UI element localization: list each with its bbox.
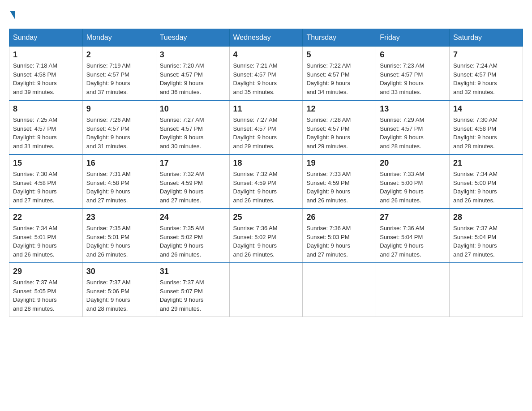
day-info: Sunrise: 7:32 AM Sunset: 4:59 PM Dayligh… <box>160 170 226 205</box>
day-number: 2 <box>86 50 152 60</box>
day-info: Sunrise: 7:24 AM Sunset: 4:57 PM Dayligh… <box>453 61 519 96</box>
table-row: 18 Sunrise: 7:32 AM Sunset: 4:59 PM Dayl… <box>229 154 303 209</box>
table-row: 19 Sunrise: 7:33 AM Sunset: 4:59 PM Dayl… <box>303 154 376 209</box>
day-info: Sunrise: 7:36 AM Sunset: 5:03 PM Dayligh… <box>306 224 372 259</box>
calendar-week-row: 22 Sunrise: 7:34 AM Sunset: 5:01 PM Dayl… <box>9 209 523 263</box>
day-info: Sunrise: 7:28 AM Sunset: 4:57 PM Dayligh… <box>306 116 372 150</box>
calendar-week-row: 1 Sunrise: 7:18 AM Sunset: 4:58 PM Dayli… <box>9 47 523 101</box>
day-info: Sunrise: 7:25 AM Sunset: 4:57 PM Dayligh… <box>13 116 79 150</box>
table-row: 14 Sunrise: 7:30 AM Sunset: 4:58 PM Dayl… <box>450 100 523 154</box>
day-info: Sunrise: 7:33 AM Sunset: 5:00 PM Dayligh… <box>380 170 446 205</box>
table-row <box>229 263 303 317</box>
day-number: 22 <box>13 213 79 222</box>
day-number: 7 <box>453 50 519 60</box>
table-row: 11 Sunrise: 7:27 AM Sunset: 4:57 PM Dayl… <box>229 100 303 154</box>
table-row: 2 Sunrise: 7:19 AM Sunset: 4:57 PM Dayli… <box>82 47 156 101</box>
table-row: 12 Sunrise: 7:28 AM Sunset: 4:57 PM Dayl… <box>303 100 376 154</box>
col-tuesday: Tuesday <box>156 29 229 47</box>
col-sunday: Sunday <box>9 29 83 47</box>
day-info: Sunrise: 7:20 AM Sunset: 4:57 PM Dayligh… <box>160 61 226 96</box>
table-row: 25 Sunrise: 7:36 AM Sunset: 5:02 PM Dayl… <box>229 209 303 263</box>
table-row: 28 Sunrise: 7:37 AM Sunset: 5:04 PM Dayl… <box>450 209 523 263</box>
table-row: 6 Sunrise: 7:23 AM Sunset: 4:57 PM Dayli… <box>376 47 450 101</box>
logo-arrow-icon <box>10 11 15 20</box>
day-info: Sunrise: 7:21 AM Sunset: 4:57 PM Dayligh… <box>233 61 299 96</box>
day-number: 14 <box>453 104 519 114</box>
calendar-table: Sunday Monday Tuesday Wednesday Thursday… <box>9 29 523 317</box>
table-row: 20 Sunrise: 7:33 AM Sunset: 5:00 PM Dayl… <box>376 154 450 209</box>
col-monday: Monday <box>82 29 156 47</box>
day-info: Sunrise: 7:18 AM Sunset: 4:58 PM Dayligh… <box>13 61 79 96</box>
table-row: 4 Sunrise: 7:21 AM Sunset: 4:57 PM Dayli… <box>229 47 303 101</box>
day-number: 19 <box>306 158 372 168</box>
day-info: Sunrise: 7:31 AM Sunset: 4:58 PM Dayligh… <box>86 170 152 205</box>
day-info: Sunrise: 7:37 AM Sunset: 5:06 PM Dayligh… <box>86 278 152 313</box>
day-info: Sunrise: 7:30 AM Sunset: 4:58 PM Dayligh… <box>453 116 519 150</box>
table-row: 22 Sunrise: 7:34 AM Sunset: 5:01 PM Dayl… <box>9 209 83 263</box>
day-number: 13 <box>380 104 446 114</box>
day-number: 1 <box>13 50 79 60</box>
calendar-header-row: Sunday Monday Tuesday Wednesday Thursday… <box>9 29 523 47</box>
col-thursday: Thursday <box>303 29 376 47</box>
table-row: 30 Sunrise: 7:37 AM Sunset: 5:06 PM Dayl… <box>82 263 156 317</box>
calendar-week-row: 8 Sunrise: 7:25 AM Sunset: 4:57 PM Dayli… <box>9 100 523 154</box>
table-row: 3 Sunrise: 7:20 AM Sunset: 4:57 PM Dayli… <box>156 47 229 101</box>
table-row: 17 Sunrise: 7:32 AM Sunset: 4:59 PM Dayl… <box>156 154 229 209</box>
day-number: 9 <box>86 104 152 114</box>
day-info: Sunrise: 7:27 AM Sunset: 4:57 PM Dayligh… <box>233 116 299 150</box>
day-info: Sunrise: 7:27 AM Sunset: 4:57 PM Dayligh… <box>160 116 226 150</box>
table-row: 8 Sunrise: 7:25 AM Sunset: 4:57 PM Dayli… <box>9 100 83 154</box>
day-info: Sunrise: 7:23 AM Sunset: 4:57 PM Dayligh… <box>380 61 446 96</box>
day-number: 26 <box>306 213 372 222</box>
table-row: 9 Sunrise: 7:26 AM Sunset: 4:57 PM Dayli… <box>82 100 156 154</box>
day-number: 8 <box>13 104 79 114</box>
day-info: Sunrise: 7:34 AM Sunset: 5:01 PM Dayligh… <box>13 224 79 259</box>
day-number: 17 <box>160 158 226 168</box>
table-row: 13 Sunrise: 7:29 AM Sunset: 4:57 PM Dayl… <box>376 100 450 154</box>
day-number: 12 <box>306 104 372 114</box>
page-header <box>9 9 523 20</box>
day-info: Sunrise: 7:32 AM Sunset: 4:59 PM Dayligh… <box>233 170 299 205</box>
day-number: 10 <box>160 104 226 114</box>
day-number: 29 <box>13 267 79 276</box>
day-number: 6 <box>380 50 446 60</box>
table-row: 1 Sunrise: 7:18 AM Sunset: 4:58 PM Dayli… <box>9 47 83 101</box>
day-info: Sunrise: 7:33 AM Sunset: 4:59 PM Dayligh… <box>306 170 372 205</box>
table-row: 23 Sunrise: 7:35 AM Sunset: 5:01 PM Dayl… <box>82 209 156 263</box>
table-row: 16 Sunrise: 7:31 AM Sunset: 4:58 PM Dayl… <box>82 154 156 209</box>
table-row: 26 Sunrise: 7:36 AM Sunset: 5:03 PM Dayl… <box>303 209 376 263</box>
day-number: 18 <box>233 158 299 168</box>
day-number: 24 <box>160 213 226 222</box>
day-info: Sunrise: 7:37 AM Sunset: 5:05 PM Dayligh… <box>13 278 79 313</box>
day-number: 3 <box>160 50 226 60</box>
day-number: 27 <box>380 213 446 222</box>
day-number: 20 <box>380 158 446 168</box>
table-row <box>376 263 450 317</box>
calendar-week-row: 15 Sunrise: 7:30 AM Sunset: 4:58 PM Dayl… <box>9 154 523 209</box>
day-info: Sunrise: 7:35 AM Sunset: 5:02 PM Dayligh… <box>160 224 226 259</box>
table-row: 15 Sunrise: 7:30 AM Sunset: 4:58 PM Dayl… <box>9 154 83 209</box>
table-row: 24 Sunrise: 7:35 AM Sunset: 5:02 PM Dayl… <box>156 209 229 263</box>
day-number: 25 <box>233 213 299 222</box>
day-info: Sunrise: 7:29 AM Sunset: 4:57 PM Dayligh… <box>380 116 446 150</box>
day-info: Sunrise: 7:36 AM Sunset: 5:02 PM Dayligh… <box>233 224 299 259</box>
day-info: Sunrise: 7:37 AM Sunset: 5:04 PM Dayligh… <box>453 224 519 259</box>
table-row: 29 Sunrise: 7:37 AM Sunset: 5:05 PM Dayl… <box>9 263 83 317</box>
table-row: 10 Sunrise: 7:27 AM Sunset: 4:57 PM Dayl… <box>156 100 229 154</box>
day-info: Sunrise: 7:35 AM Sunset: 5:01 PM Dayligh… <box>86 224 152 259</box>
col-friday: Friday <box>376 29 450 47</box>
table-row: 27 Sunrise: 7:36 AM Sunset: 5:04 PM Dayl… <box>376 209 450 263</box>
day-number: 5 <box>306 50 372 60</box>
day-number: 28 <box>453 213 519 222</box>
day-number: 31 <box>160 267 226 276</box>
table-row: 21 Sunrise: 7:34 AM Sunset: 5:00 PM Dayl… <box>450 154 523 209</box>
day-number: 15 <box>13 158 79 168</box>
day-number: 23 <box>86 213 152 222</box>
day-number: 4 <box>233 50 299 60</box>
day-info: Sunrise: 7:37 AM Sunset: 5:07 PM Dayligh… <box>160 278 226 313</box>
col-wednesday: Wednesday <box>229 29 303 47</box>
day-info: Sunrise: 7:36 AM Sunset: 5:04 PM Dayligh… <box>380 224 446 259</box>
calendar-week-row: 29 Sunrise: 7:37 AM Sunset: 5:05 PM Dayl… <box>9 263 523 317</box>
day-number: 21 <box>453 158 519 168</box>
day-info: Sunrise: 7:34 AM Sunset: 5:00 PM Dayligh… <box>453 170 519 205</box>
